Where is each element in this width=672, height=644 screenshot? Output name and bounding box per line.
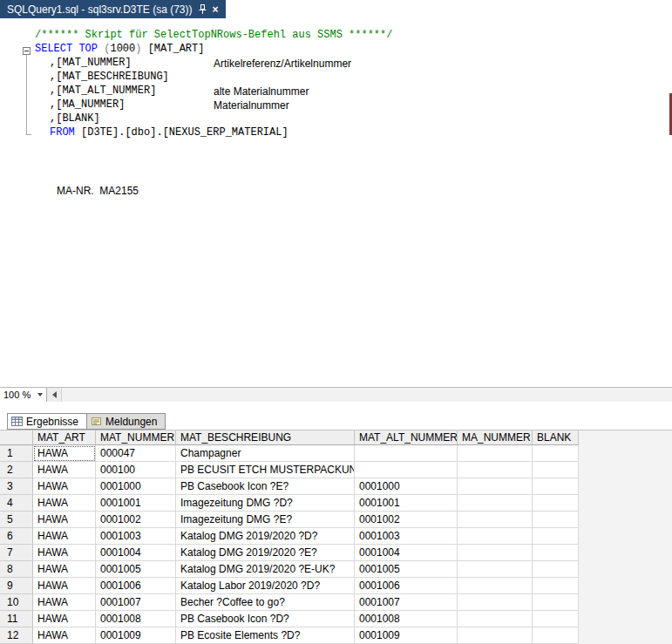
cell-mat-nummer[interactable]: 000047: [96, 445, 176, 462]
cell-mat-nummer[interactable]: 0001006: [96, 578, 176, 594]
cell-mat-alt-nummer[interactable]: 0001000: [355, 478, 458, 495]
cell-mat-alt-nummer[interactable]: 0001004: [355, 545, 458, 561]
cell-mat-beschreibung[interactable]: Imagezeitung DMG ?D?: [176, 495, 355, 512]
column-header-mat-art[interactable]: MAT_ART: [33, 430, 96, 445]
cell-blank[interactable]: [533, 478, 579, 495]
cell-mat-alt-nummer[interactable]: 0001007: [355, 594, 458, 611]
column-header-ma-nummer[interactable]: MA_NUMMER: [458, 430, 533, 445]
cell-mat-beschreibung[interactable]: Champagner: [176, 445, 355, 462]
cell-mat-beschreibung[interactable]: PB Casebook Icon ?D?: [176, 611, 355, 627]
cell-mat-alt-nummer[interactable]: [355, 445, 458, 462]
tab-meldungen[interactable]: Meldungen: [87, 413, 166, 430]
cell-ma-nummer[interactable]: [458, 545, 533, 561]
cell-mat-beschreibung[interactable]: Katalog Labor 2019/2020 ?D?: [176, 578, 355, 594]
cell-mat-art[interactable]: HAWA: [33, 594, 96, 611]
column-header-blank[interactable]: BLANK: [533, 430, 579, 445]
document-tab[interactable]: SQLQuery1.sql - sql3srv.D3TE (sa (73)) ×: [0, 0, 226, 18]
cell-ma-nummer[interactable]: [458, 478, 533, 495]
cell-mat-alt-nummer[interactable]: 0001006: [355, 578, 458, 594]
grid-corner-cell[interactable]: [0, 430, 33, 445]
cell-blank[interactable]: [533, 561, 579, 578]
cell-blank[interactable]: [533, 512, 579, 528]
cell-mat-nummer[interactable]: 0001005: [96, 561, 176, 578]
cell-blank[interactable]: [533, 528, 579, 545]
cell-ma-nummer[interactable]: [458, 462, 533, 478]
row-number-cell[interactable]: 1: [0, 445, 33, 462]
cell-mat-beschreibung[interactable]: PB Ecosite Elements ?D?: [176, 627, 355, 644]
tab-ergebnisse[interactable]: Ergebnisse: [7, 413, 87, 430]
cell-mat-beschreibung[interactable]: PB Casebook Icon ?E?: [176, 478, 355, 495]
cell-ma-nummer[interactable]: [458, 627, 533, 644]
horizontal-scrollbar[interactable]: [62, 388, 672, 402]
row-number-cell[interactable]: 9: [0, 578, 33, 594]
cell-blank[interactable]: [533, 627, 579, 644]
row-number-cell[interactable]: 10: [0, 594, 33, 611]
cell-mat-alt-nummer[interactable]: 0001008: [355, 611, 458, 627]
cell-blank[interactable]: [533, 611, 579, 627]
row-number-cell[interactable]: 2: [0, 462, 33, 478]
cell-mat-beschreibung[interactable]: Katalog DMG 2019/2020 ?D?: [176, 528, 355, 545]
cell-mat-art[interactable]: HAWA: [33, 545, 96, 561]
row-number-cell[interactable]: 6: [0, 528, 33, 545]
sql-editor[interactable]: /****** Skript für SelectTopNRows-Befehl…: [0, 18, 672, 387]
cell-mat-nummer[interactable]: 0001002: [96, 512, 176, 528]
cell-ma-nummer[interactable]: [458, 594, 533, 611]
row-number-cell[interactable]: 3: [0, 478, 33, 495]
cell-mat-alt-nummer[interactable]: [355, 462, 458, 478]
cell-blank[interactable]: [533, 462, 579, 478]
row-number-cell[interactable]: 5: [0, 512, 33, 528]
row-number-cell[interactable]: 4: [0, 495, 33, 512]
column-header-mat-alt-nummer[interactable]: MAT_ALT_NUMMER: [355, 430, 458, 445]
cell-mat-alt-nummer[interactable]: 0001003: [355, 528, 458, 545]
cell-blank[interactable]: [533, 445, 579, 462]
cell-mat-nummer[interactable]: 0001001: [96, 495, 176, 512]
cell-ma-nummer[interactable]: [458, 528, 533, 545]
cell-blank[interactable]: [533, 578, 579, 594]
scroll-left-button[interactable]: [47, 388, 62, 402]
cell-mat-art[interactable]: HAWA: [33, 478, 96, 495]
cell-mat-alt-nummer[interactable]: 0001009: [355, 627, 458, 644]
cell-mat-nummer[interactable]: 0001007: [96, 594, 176, 611]
cell-ma-nummer[interactable]: [458, 512, 533, 528]
cell-mat-beschreibung[interactable]: Katalog DMG 2019/2020 ?E?: [176, 545, 355, 561]
cell-mat-nummer[interactable]: 0001008: [96, 611, 176, 627]
column-header-mat-nummer[interactable]: MAT_NUMMER: [96, 430, 176, 445]
cell-mat-alt-nummer[interactable]: 0001002: [355, 512, 458, 528]
zoom-dropdown[interactable]: 100 %: [0, 388, 47, 402]
cell-ma-nummer[interactable]: [458, 445, 533, 462]
row-number-cell[interactable]: 8: [0, 561, 33, 578]
cell-mat-art[interactable]: HAWA: [33, 445, 96, 462]
cell-mat-art[interactable]: HAWA: [33, 495, 96, 512]
cell-mat-beschreibung[interactable]: Katalog DMG 2019/2020 ?E-UK?: [176, 561, 355, 578]
cell-mat-nummer[interactable]: 0001009: [96, 627, 176, 644]
cell-mat-art[interactable]: HAWA: [33, 561, 96, 578]
cell-blank[interactable]: [533, 594, 579, 611]
cell-mat-nummer[interactable]: 0001003: [96, 528, 176, 545]
cell-blank[interactable]: [533, 495, 579, 512]
cell-blank[interactable]: [533, 545, 579, 561]
cell-mat-beschreibung[interactable]: Imagezeitung DMG ?E?: [176, 512, 355, 528]
cell-ma-nummer[interactable]: [458, 578, 533, 594]
cell-mat-art[interactable]: HAWA: [33, 611, 96, 627]
cell-mat-art[interactable]: HAWA: [33, 578, 96, 594]
cell-ma-nummer[interactable]: [458, 495, 533, 512]
cell-mat-art[interactable]: HAWA: [33, 512, 96, 528]
cell-mat-nummer[interactable]: 000100: [96, 462, 176, 478]
row-number-cell[interactable]: 12: [0, 627, 33, 644]
cell-mat-nummer[interactable]: 0001004: [96, 545, 176, 561]
column-header-mat-beschreibung[interactable]: MAT_BESCHREIBUNG: [176, 430, 355, 445]
cell-mat-beschreibung[interactable]: PB ECUSIT ETCH MUSTERPACKUNG: [176, 462, 355, 478]
cell-mat-beschreibung[interactable]: Becher ?Coffee to go?: [176, 594, 355, 611]
close-icon[interactable]: ×: [213, 4, 219, 15]
cell-mat-art[interactable]: HAWA: [33, 528, 96, 545]
pin-icon[interactable]: [199, 4, 207, 14]
cell-ma-nummer[interactable]: [458, 611, 533, 627]
row-number-cell[interactable]: 7: [0, 545, 33, 561]
cell-mat-nummer[interactable]: 0001000: [96, 478, 176, 495]
cell-mat-art[interactable]: HAWA: [33, 627, 96, 644]
cell-ma-nummer[interactable]: [458, 561, 533, 578]
cell-mat-alt-nummer[interactable]: 0001001: [355, 495, 458, 512]
cell-mat-art[interactable]: HAWA: [33, 462, 96, 478]
cell-mat-alt-nummer[interactable]: 0001005: [355, 561, 458, 578]
row-number-cell[interactable]: 11: [0, 611, 33, 627]
